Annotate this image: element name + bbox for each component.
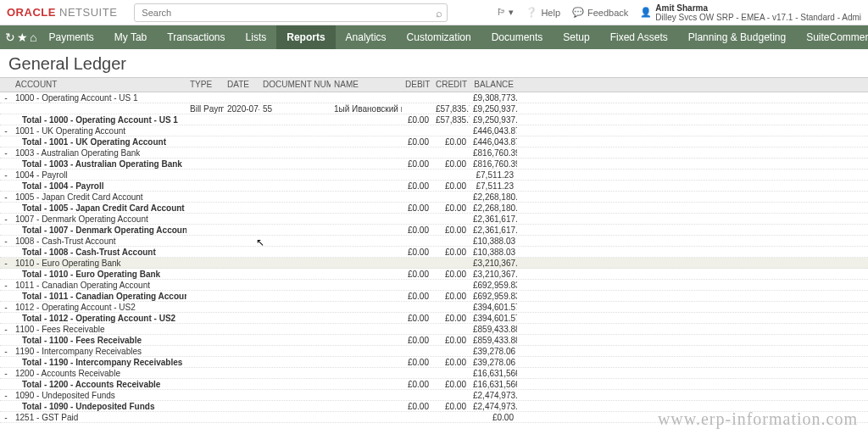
col-name[interactable]: NAME (331, 78, 402, 92)
expand-toggle[interactable]: - (0, 169, 12, 181)
menu-customization[interactable]: Customization (397, 25, 481, 49)
cell-name (331, 316, 402, 320)
col-docnum[interactable]: DOCUMENT NUMBER (259, 78, 331, 92)
cell-credit (432, 151, 470, 154)
menu-transactions[interactable]: Transactions (157, 25, 235, 49)
menu-my-tab[interactable]: My Tab (104, 25, 157, 49)
expand-toggle (0, 118, 12, 121)
cell-name (331, 294, 402, 298)
cell-credit (432, 349, 470, 353)
cell-credit: £0.00 (432, 290, 470, 303)
menu-analytics[interactable]: Analytics (336, 25, 397, 49)
cell-name (331, 173, 402, 176)
col-date[interactable]: DATE (224, 78, 259, 92)
menu-setup[interactable]: Setup (553, 25, 599, 49)
cell-type (186, 382, 224, 386)
cell-docnum (259, 162, 331, 165)
cell-name (331, 151, 402, 154)
expand-toggle[interactable]: - (0, 367, 12, 380)
feedback-link[interactable]: 💬 Feedback (572, 7, 628, 18)
cell-debit: £0.00 (402, 202, 432, 214)
expand-toggle[interactable]: - (0, 213, 12, 225)
expand-toggle[interactable]: - (0, 345, 12, 358)
cell-credit: £0.00 (432, 268, 470, 281)
expand-toggle[interactable]: - (0, 279, 12, 292)
expand-toggle[interactable]: - (0, 92, 12, 104)
menu-suitecommerce[interactable]: SuiteCommerce (796, 25, 868, 49)
cell-debit (402, 239, 432, 242)
cell-date (224, 360, 259, 364)
expand-toggle[interactable]: - (0, 147, 12, 159)
search-icon[interactable]: ⌕ (436, 7, 442, 19)
cell-date (224, 162, 259, 165)
logo[interactable]: ORACLE NETSUITE (7, 6, 134, 19)
cell-name (331, 371, 402, 375)
cell-docnum (259, 272, 331, 275)
page-title: General Ledger (0, 49, 868, 77)
cell-type (186, 129, 224, 132)
cell-balance: £0.00 (470, 411, 517, 424)
cell-docnum (259, 140, 331, 143)
cell-date (224, 96, 259, 99)
cell-credit (432, 173, 470, 176)
search-input[interactable] (134, 3, 448, 22)
menu-documents[interactable]: Documents (481, 25, 554, 49)
history-icon[interactable]: ↻ (5, 31, 15, 44)
cell-credit: £0.00 (432, 400, 470, 413)
cell-date (224, 228, 259, 231)
cell-type (186, 195, 224, 198)
cell-date (224, 206, 259, 209)
user-info: Amit Sharma Dilley Svcs OW SRP - EMEA - … (655, 3, 861, 22)
cell-debit: £0.00 (402, 268, 432, 281)
menu-payments[interactable]: Payments (38, 25, 103, 49)
col-credit[interactable]: CREDIT (432, 78, 470, 92)
cell-credit (432, 305, 470, 309)
menu-lists[interactable]: Lists (236, 25, 277, 49)
cell-name (331, 96, 402, 99)
user-icon: 👤 (640, 7, 652, 18)
cell-type (186, 316, 224, 320)
col-account[interactable]: ACCOUNT (12, 78, 186, 92)
cell-type (186, 151, 224, 154)
expand-toggle[interactable]: - (0, 125, 12, 137)
cell-name (331, 140, 402, 143)
cell-debit: £0.00 (402, 114, 432, 126)
cell-type (186, 349, 224, 353)
cell-date (224, 272, 259, 275)
menu-planning-budgeting[interactable]: Planning & Budgeting (678, 25, 796, 49)
cell-type (186, 162, 224, 165)
favorites-icon[interactable]: ★ (17, 31, 28, 44)
expand-toggle[interactable]: - (0, 323, 12, 336)
cell-name (331, 305, 402, 309)
cell-name: 1ый Ивановский край (331, 103, 402, 115)
cell-docnum (259, 129, 331, 132)
expand-toggle[interactable]: - (0, 389, 12, 402)
help-link[interactable]: ❔ Help (526, 7, 560, 18)
cell-debit: £0.00 (402, 158, 432, 170)
cell-name (331, 129, 402, 132)
cell-credit: £0.00 (432, 136, 470, 148)
feedback-icon: 💬 (572, 7, 584, 18)
cell-docnum (259, 195, 331, 198)
col-balance[interactable]: BALANCE (470, 78, 517, 92)
expand-toggle[interactable]: - (0, 301, 12, 314)
cell-debit: £0.00 (402, 180, 432, 192)
expand-toggle[interactable]: - (0, 257, 12, 270)
cell-type: Bill Payment (186, 103, 224, 115)
user-menu[interactable]: 👤 Amit Sharma Dilley Svcs OW SRP - EMEA … (640, 3, 861, 22)
language-switcher[interactable]: 🏳 ▾ (497, 7, 514, 18)
expand-toggle[interactable]: - (0, 235, 12, 248)
expand-toggle (0, 162, 12, 165)
menu-fixed-assets[interactable]: Fixed Assets (600, 25, 678, 49)
expand-toggle[interactable]: - (0, 191, 12, 203)
expand-toggle (0, 184, 12, 187)
home-icon[interactable]: ⌂ (30, 31, 36, 44)
cell-debit: £0.00 (402, 246, 432, 259)
cell-credit (432, 96, 470, 99)
col-debit[interactable]: DEBIT (402, 78, 432, 92)
menu-reports[interactable]: Reports (276, 25, 335, 49)
cell-name (331, 360, 402, 364)
col-type[interactable]: TYPE (186, 78, 224, 92)
expand-toggle[interactable]: - (0, 411, 12, 424)
cell-debit (402, 173, 432, 176)
